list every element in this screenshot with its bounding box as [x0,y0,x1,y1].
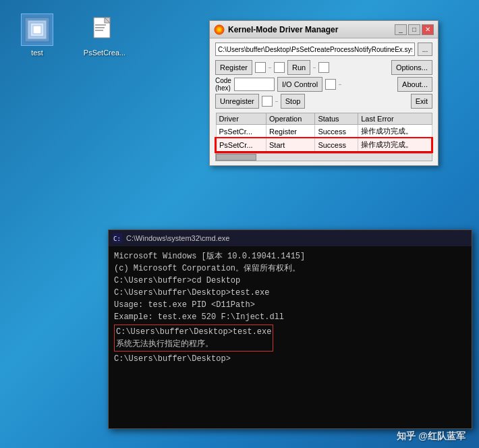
col-driver: Driver [216,113,266,125]
svg-text:C:: C: [113,235,121,242]
svg-rect-9 [95,30,103,31]
col-status: Status [315,113,358,125]
exit-btn[interactable]: Exit [411,94,432,109]
col-last-error: Last Error [358,113,432,125]
table-cell-status-0: Success [315,125,358,138]
svg-rect-3 [33,26,41,34]
col-operation: Operation [266,113,315,125]
pssetcrea-icon-label: PsSetCrea... [84,49,125,57]
kmdm-title-text: Kernel-Mode Driver Manager [228,25,338,34]
cmd-icon: C: [113,233,122,243]
table-cell-driver-0: PsSetCr... [216,125,266,138]
register-btn[interactable]: Register [215,60,252,75]
stop-btn[interactable]: Stop [281,94,306,109]
controls-row2: Code(hex) I/O Control About... [215,77,432,92]
table-cell-error-1: 操作成功完成。 [358,138,432,152]
test-icon-img [21,13,53,46]
table-cell-operation-1: Start [266,138,315,152]
about-btn[interactable]: About... [397,77,432,92]
desktop-icon-test[interactable]: test [13,13,61,57]
cmd-window: C: C:\Windows\system32\cmd.exe Microsoft… [108,229,472,429]
cmd-line: Usage: test.exe PID <D11Path> [114,299,466,311]
cmd-highlighted-line: C:\Users\buffer\Desktop>test.exe [116,326,271,338]
controls-row3: Unregister Stop Exit [215,94,432,109]
cmd-highlighted-line: 系统无法执行指定的程序。 [116,338,271,350]
unregister-btn[interactable]: Unregister [215,94,259,109]
test-icon-label: test [31,49,43,57]
svg-rect-8 [95,27,105,28]
controls-row1: Register Run Options... [215,60,432,75]
cmd-line: Example: test.exe 520 F:\Inject.dll [114,311,466,323]
kmdm-maximize-btn[interactable]: □ [408,24,420,35]
svg-rect-7 [95,24,106,26]
watermark: 知乎 @红队蓝军 [397,430,466,443]
path-browse-btn[interactable]: ... [418,43,432,56]
register-checkbox[interactable] [255,62,266,73]
cmd-highlighted-block: C:\Users\buffer\Desktop>test.exe系统无法执行指定… [114,325,273,352]
cmd-line: Microsoft Windows [版本 10.0.19041.1415] [114,250,466,262]
cmd-body: Microsoft Windows [版本 10.0.19041.1415](c… [109,246,472,428]
options-btn[interactable]: Options... [391,60,432,75]
pssetcrea-icon-img [88,13,121,46]
kmdm-title-left: Kernel-Mode Driver Manager [214,24,338,35]
table-cell-operation-0: Register [266,125,315,138]
svg-point-12 [218,28,221,31]
cmd-prompt-line: C:\Users\buffer\Desktop> [114,353,466,365]
kmdm-title-btns: _ □ ✕ [395,24,434,35]
cmd-title-text: C:\Windows\system32\cmd.exe [126,234,229,242]
kmdm-icon [214,24,225,35]
desktop-icons: test PsSetCrea... [13,13,128,57]
kmdm-window: Kernel-Mode Driver Manager _ □ ✕ ... Reg… [209,20,439,166]
kmdm-table: Driver Operation Status Last Error PsSet… [215,113,432,152]
kmdm-scrollbar[interactable] [215,153,432,161]
run-checkbox2[interactable] [318,62,329,73]
kmdm-minimize-btn[interactable]: _ [395,24,407,35]
cmd-line: (c) Microsoft Corporation。保留所有权利。 [114,262,466,275]
cmd-line: C:\Users\buffer>cd Desktop [114,275,466,287]
cmd-line: C:\Users\buffer\Desktop>test.exe [114,287,466,299]
unregister-checkbox[interactable] [262,96,273,107]
table-cell-status-1: Success [315,138,358,152]
io-checkbox[interactable] [325,79,336,90]
io-control-btn[interactable]: I/O Control [277,77,322,92]
kmdm-close-btn[interactable]: ✕ [422,24,434,35]
kmdm-body: ... Register Run Options... Code(hex) I/… [210,38,438,165]
table-cell-error-0: 操作成功完成。 [358,125,432,138]
code-hex-input[interactable] [234,78,275,91]
kmdm-scroll-thumb[interactable] [216,154,256,161]
path-input[interactable] [215,43,415,56]
table-cell-driver-1: PsSetCr... [216,138,266,152]
kmdm-titlebar: Kernel-Mode Driver Manager _ □ ✕ [210,21,438,38]
run-btn[interactable]: Run [287,60,310,75]
path-row: ... [215,43,432,56]
desktop-icon-pssetcrea[interactable]: PsSetCrea... [81,13,128,57]
cmd-titlebar: C: C:\Windows\system32\cmd.exe [109,230,472,246]
run-checkbox[interactable] [274,62,285,73]
code-label: Code(hex) [215,77,231,92]
